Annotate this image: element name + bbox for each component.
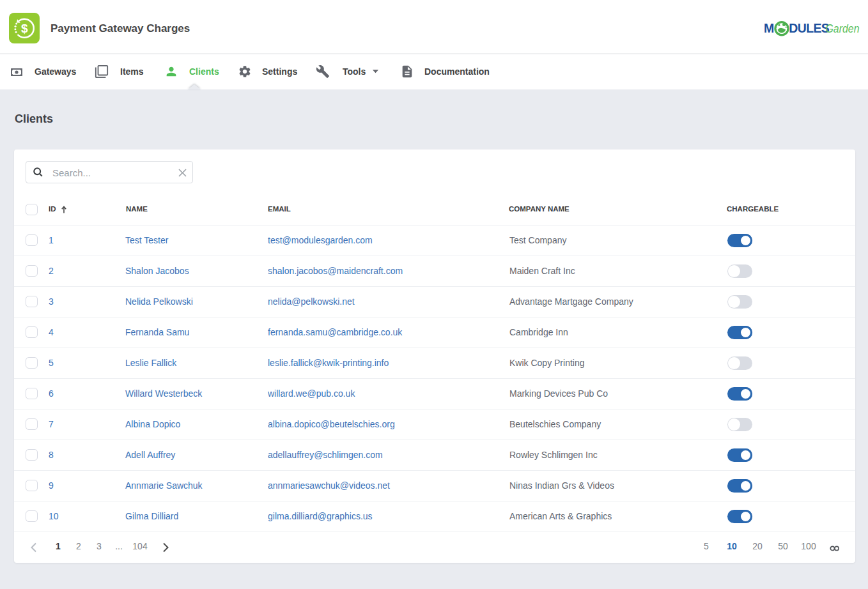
svg-text:DULES: DULES [789, 21, 830, 35]
svg-text:M: M [764, 21, 774, 35]
svg-text:Garden: Garden [826, 22, 860, 35]
svg-text:$: $ [21, 22, 28, 35]
